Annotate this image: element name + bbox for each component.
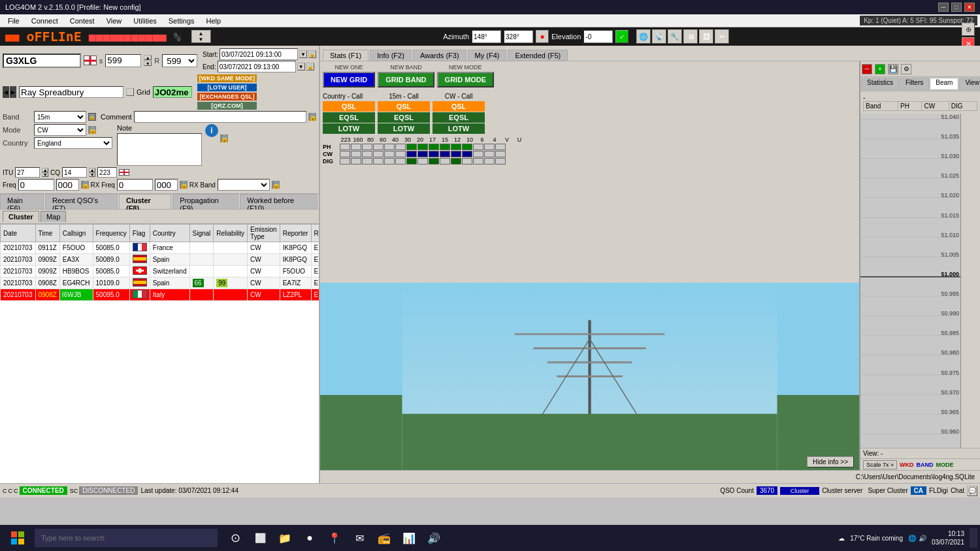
band-grid-cell[interactable] bbox=[440, 158, 450, 165]
band-grid-cell[interactable] bbox=[451, 158, 461, 165]
band-grid-cell[interactable] bbox=[462, 151, 472, 157]
grid-band-button[interactable]: GRID BAND bbox=[378, 72, 434, 87]
eqsl-mode-badge[interactable]: EQSL bbox=[433, 112, 485, 123]
callsign-input[interactable] bbox=[3, 54, 81, 68]
table-row[interactable]: 99 bbox=[214, 277, 248, 289]
col-frequency[interactable]: Frequency bbox=[93, 225, 129, 242]
info-tab-awards[interactable]: Awards (F3) bbox=[413, 50, 466, 61]
band-grid-cell[interactable] bbox=[395, 158, 406, 165]
table-row[interactable]: EA3X bbox=[59, 254, 93, 266]
band-grid-cell[interactable] bbox=[417, 144, 428, 150]
end-datetime-input[interactable] bbox=[218, 61, 296, 72]
band-lock-icon[interactable]: 🔒 bbox=[88, 113, 96, 121]
band-grid-cell[interactable] bbox=[495, 151, 506, 157]
menu-utilities[interactable]: Utilities bbox=[128, 16, 161, 26]
table-row[interactable] bbox=[129, 242, 150, 254]
cq-input[interactable] bbox=[62, 167, 87, 178]
table-row[interactable] bbox=[214, 289, 248, 301]
antenna-icon[interactable]: 📡 bbox=[652, 29, 666, 44]
spin-up-button[interactable]: ▲ ▼ bbox=[191, 30, 211, 43]
tab-worked-before[interactable]: Worked before (F10) bbox=[240, 194, 318, 209]
band-grid-cell[interactable] bbox=[351, 158, 361, 165]
rx-band-select[interactable] bbox=[218, 179, 270, 191]
menu-settings[interactable]: Settings bbox=[163, 16, 200, 26]
table-row[interactable] bbox=[189, 242, 214, 254]
band-grid-cell[interactable] bbox=[484, 158, 495, 165]
monitor-icon[interactable]: 🖥 bbox=[683, 29, 698, 44]
table-row[interactable]: 0908Z bbox=[35, 277, 59, 289]
band-grid-cell[interactable] bbox=[373, 151, 384, 157]
freq-hz-input[interactable] bbox=[56, 179, 79, 191]
freq-lock-icon[interactable]: 🔒 bbox=[81, 181, 89, 189]
col-country[interactable]: Country bbox=[150, 225, 189, 242]
band-grid-cell[interactable] bbox=[373, 144, 384, 150]
itu-input[interactable] bbox=[15, 167, 40, 178]
band-grid-cell[interactable] bbox=[429, 151, 439, 157]
cluster-tab[interactable]: Cluster bbox=[3, 211, 39, 222]
table-row[interactable]: F5OUO bbox=[59, 242, 93, 254]
table-row[interactable]: 0909Z bbox=[35, 266, 59, 277]
table-row[interactable]: Italy bbox=[150, 289, 189, 301]
band-grid-cell[interactable] bbox=[351, 151, 361, 157]
taskbar-search-input[interactable] bbox=[35, 529, 218, 547]
table-row[interactable]: EU bbox=[311, 242, 319, 254]
operator-name-input[interactable] bbox=[19, 86, 123, 98]
table-row[interactable]: CW bbox=[248, 242, 280, 254]
table-row[interactable]: 50085.0 bbox=[93, 266, 129, 277]
itu-spinner[interactable]: ▲ ▼ bbox=[42, 168, 48, 177]
table-row[interactable] bbox=[214, 242, 248, 254]
table-row[interactable]: CW bbox=[248, 289, 280, 301]
rx-freq-lock-icon[interactable]: 🔒 bbox=[180, 181, 188, 189]
table-row[interactable]: 50085.0 bbox=[93, 242, 129, 254]
table-row[interactable]: CW bbox=[248, 277, 280, 289]
table-row[interactable]: I6WJB bbox=[59, 289, 93, 301]
band-grid-cell[interactable] bbox=[395, 151, 406, 157]
country-select[interactable]: England bbox=[34, 137, 112, 149]
band-grid-cell[interactable] bbox=[395, 144, 406, 150]
wrench-icon[interactable]: 🔧 bbox=[668, 29, 682, 44]
band-grid-cell[interactable] bbox=[473, 151, 483, 157]
table-row[interactable] bbox=[129, 266, 150, 277]
lotw-country-badge[interactable]: LOTW bbox=[323, 123, 375, 134]
band-grid-cell[interactable] bbox=[429, 158, 439, 165]
table-row[interactable]: Spain bbox=[150, 277, 189, 289]
taskbar-explorer-icon[interactable]: 📁 bbox=[275, 528, 295, 548]
name-search-icon[interactable] bbox=[126, 88, 134, 96]
note-lock-icon[interactable]: 🔒 bbox=[220, 134, 228, 142]
taskbar-maps-icon[interactable]: 📍 bbox=[325, 528, 344, 548]
table-row[interactable]: 66 bbox=[189, 277, 214, 289]
spectrum-config-btn[interactable]: ⚙ bbox=[901, 64, 911, 74]
spectrum-save-btn[interactable]: 💾 bbox=[888, 64, 898, 74]
taskbar-app1-icon[interactable]: 📻 bbox=[374, 528, 394, 548]
band-grid-cell[interactable] bbox=[406, 144, 417, 150]
band-grid-cell[interactable] bbox=[429, 144, 439, 150]
start-time-lock[interactable]: 🔒 bbox=[308, 50, 316, 58]
scale-badge[interactable]: Scale 7x » bbox=[863, 460, 897, 469]
azimuth-input[interactable] bbox=[472, 30, 501, 43]
band-grid-cell[interactable] bbox=[384, 151, 395, 157]
table-row[interactable]: France bbox=[150, 242, 189, 254]
volume-icon[interactable]: 🔊 bbox=[919, 535, 926, 542]
table-row[interactable]: EG4RCH bbox=[59, 277, 93, 289]
table-row[interactable]: 20210703 bbox=[1, 242, 36, 254]
info-tab-my[interactable]: My (F4) bbox=[468, 50, 507, 61]
table-row[interactable]: Switzerland bbox=[150, 266, 189, 277]
col-reliability[interactable]: Reliability bbox=[214, 225, 248, 242]
band-grid-cell[interactable] bbox=[484, 151, 495, 157]
right-panel-collapse-icon[interactable]: ⊕ bbox=[962, 23, 975, 36]
r-select[interactable]: 599 bbox=[162, 54, 197, 67]
table-row[interactable]: HB9BOS bbox=[59, 266, 93, 277]
start-datetime-picker[interactable]: ▼ bbox=[299, 50, 307, 58]
table-row[interactable]: 20210703 bbox=[1, 277, 36, 289]
start-datetime-input[interactable] bbox=[220, 48, 298, 60]
table-row[interactable]: CW bbox=[248, 254, 280, 266]
table-row[interactable]: EA7IZ bbox=[280, 277, 311, 289]
taskbar-app3-icon[interactable]: 🔊 bbox=[424, 528, 444, 548]
grid-input[interactable] bbox=[153, 86, 192, 98]
elevation-input[interactable] bbox=[583, 30, 613, 43]
table-row[interactable]: IK8PGQ bbox=[280, 242, 311, 254]
band-grid-cell[interactable] bbox=[362, 144, 372, 150]
zone-input[interactable] bbox=[97, 167, 117, 178]
band-grid-cell[interactable] bbox=[495, 158, 506, 165]
band-grid-cell[interactable] bbox=[451, 151, 461, 157]
